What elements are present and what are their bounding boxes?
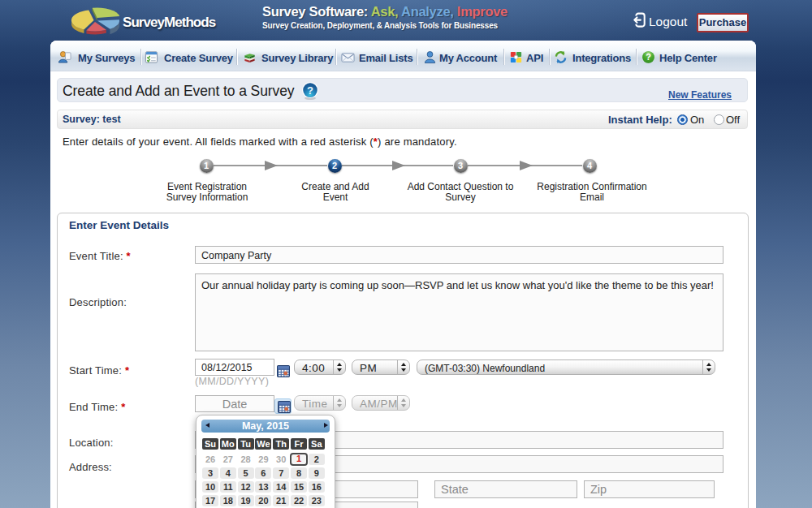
svg-text:?: ?: [307, 84, 313, 97]
svg-text:?: ?: [646, 52, 651, 62]
